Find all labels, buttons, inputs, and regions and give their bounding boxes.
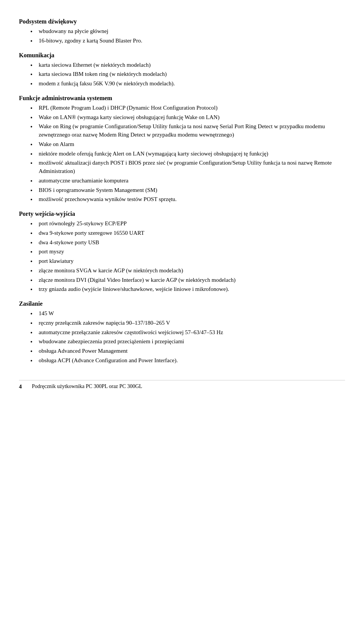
- section-power: Zasilanie 145 W ręczny przełącznik zakre…: [19, 300, 345, 365]
- page-content: Podsystem dźwiękowy wbudowany na płycie …: [19, 18, 345, 390]
- list-item: ręczny przełącznik zakresów napięcia 90–…: [30, 319, 345, 327]
- section-heading-sound: Podsystem dźwiękowy: [19, 18, 345, 25]
- ports-list: port równoległy 25-stykowy ECP/EPP dwa 9…: [30, 220, 345, 294]
- section-heading-ports: Porty wejścia-wyjścia: [19, 211, 345, 217]
- list-item: 16-bitowy, zgodny z kartą Sound Blaster …: [30, 37, 345, 45]
- section-communication: Komunikacja karta sieciowa Ethernet (w n…: [19, 52, 345, 88]
- list-item: port myszy: [30, 248, 345, 256]
- page-footer: 4 Podręcznik użytkownika PC 300PL oraz P…: [19, 380, 345, 390]
- list-item: złącze monitora DVI (Digital Video Inter…: [30, 276, 345, 284]
- list-item: automatyczne uruchamianie komputera: [30, 177, 345, 185]
- sound-list: wbudowany na płycie głównej 16-bitowy, z…: [30, 27, 345, 45]
- list-item: złącze monitora SVGA w karcie AGP (w nie…: [30, 267, 345, 275]
- power-list: 145 W ręczny przełącznik zakresów napięc…: [30, 310, 345, 365]
- communication-list: karta sieciowa Ethernet (w niektórych mo…: [30, 61, 345, 88]
- list-item: trzy gniazda audio (wyjście liniowe/słuc…: [30, 285, 345, 294]
- list-item: obsługa Advanced Power Management: [30, 347, 345, 355]
- section-ports: Porty wejścia-wyjścia port równoległy 25…: [19, 211, 345, 294]
- list-item: BIOS i oprogramowanie System Management …: [30, 186, 345, 195]
- list-item: wbudowane zabezpieczenia przed przeciąże…: [30, 338, 345, 346]
- list-item-wake-on-alarm: Wake on Alarm: [30, 140, 345, 149]
- list-item: RPL (Remote Program Load) i DHCP (Dynami…: [30, 104, 345, 112]
- list-item: dwa 4-stykowe porty USB: [30, 239, 345, 247]
- list-item: obsługa ACPI (Advance Configuration and …: [30, 357, 345, 365]
- list-item: 145 W: [30, 310, 345, 318]
- list-item: Wake on Ring (w programie Configuration/…: [30, 123, 345, 139]
- list-item: możliwość przechowywania wyników testów …: [30, 195, 345, 204]
- list-item: Wake on LAN® (wymaga karty sieciowej obs…: [30, 113, 345, 122]
- page-number: 4: [19, 383, 26, 390]
- section-heading-power: Zasilanie: [19, 300, 345, 307]
- list-item: port klawiatury: [30, 257, 345, 266]
- section-heading-admin: Funkcje administrowania systemem: [19, 95, 345, 102]
- list-item: dwa 9-stykowe porty szeregowe 16550 UART: [30, 229, 345, 237]
- section-heading-communication: Komunikacja: [19, 52, 345, 59]
- list-item: możliwość aktualizacji danych POST i BIO…: [30, 159, 345, 176]
- list-item: automatyczne przełączanie zakresów częst…: [30, 328, 345, 337]
- list-item: modem z funkcją faksu 56K V.90 (w niektó…: [30, 80, 345, 88]
- list-item: karta sieciowa Ethernet (w niektórych mo…: [30, 61, 345, 69]
- list-item: niektóre modele oferują funkcję Alert on…: [30, 150, 345, 158]
- section-admin: Funkcje administrowania systemem RPL (Re…: [19, 95, 345, 204]
- section-sound: Podsystem dźwiękowy wbudowany na płycie …: [19, 18, 345, 45]
- footer-text: Podręcznik użytkownika PC 300PL oraz PC …: [32, 383, 142, 390]
- list-item: karta sieciowa IBM token ring (w niektór…: [30, 70, 345, 79]
- list-item: port równoległy 25-stykowy ECP/EPP: [30, 220, 345, 228]
- admin-list: RPL (Remote Program Load) i DHCP (Dynami…: [30, 104, 345, 204]
- list-item: wbudowany na płycie głównej: [30, 27, 345, 36]
